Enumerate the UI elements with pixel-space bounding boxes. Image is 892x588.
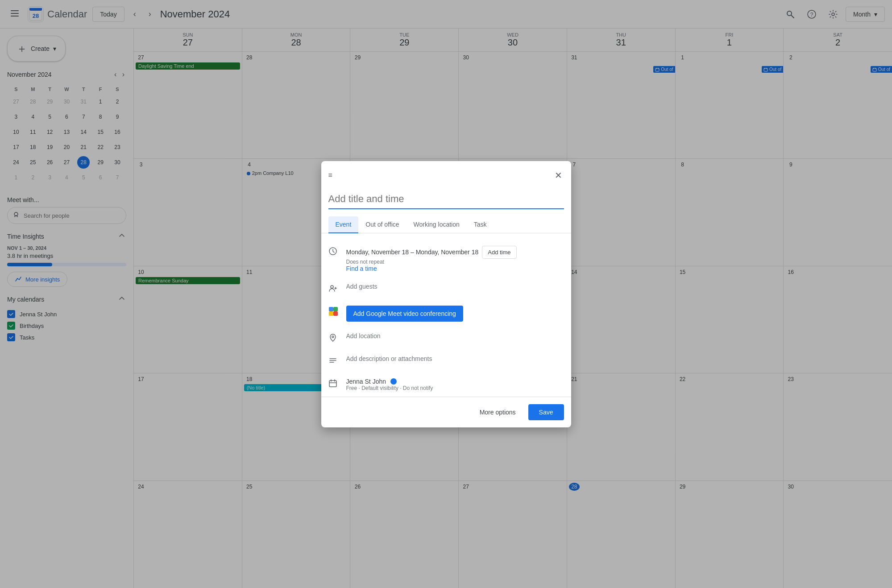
clock-icon: [328, 247, 339, 258]
modal-tabs: EventOut of officeWorking locationTask: [321, 216, 571, 233]
calendar-owner-icon: [328, 379, 339, 390]
guests-icon: [328, 284, 339, 295]
calendar-owner-name: Jenna St John: [346, 378, 386, 385]
save-button[interactable]: Save: [528, 404, 564, 420]
date-text: Monday, November 18 – Monday, November 1…: [346, 248, 479, 256]
svg-rect-26: [329, 307, 333, 311]
meet-icon: [328, 306, 339, 319]
add-guests-input[interactable]: [346, 283, 564, 290]
svg-point-30: [332, 336, 334, 338]
modal-overlay[interactable]: ≡ ✕ EventOut of officeWorking locationTa…: [0, 0, 892, 588]
modal-meet-field: Add Google Meet video conferencing: [321, 300, 571, 327]
modal-footer: More options Save: [321, 397, 571, 427]
add-time-button[interactable]: Add time: [482, 246, 516, 259]
modal-date-field: Monday, November 18 – Monday, November 1…: [321, 240, 571, 277]
modal-header: ≡ ✕: [321, 161, 571, 182]
event-modal: ≡ ✕ EventOut of officeWorking locationTa…: [321, 161, 571, 427]
svg-rect-28: [329, 311, 333, 316]
calendar-meta: Free · Default visibility · Do not notif…: [346, 385, 564, 391]
modal-tab-task[interactable]: Task: [467, 216, 494, 233]
date-time-row: Monday, November 18 – Monday, November 1…: [346, 246, 564, 259]
add-description-input[interactable]: [346, 355, 564, 362]
svg-rect-29: [333, 311, 338, 316]
modal-close-button[interactable]: ✕: [553, 168, 564, 182]
more-options-button[interactable]: More options: [473, 405, 523, 419]
event-title-input[interactable]: [328, 190, 564, 209]
modal-drag-handle: ≡: [328, 171, 332, 179]
repeat-text: Does not repeat: [346, 259, 564, 265]
add-location-input[interactable]: [346, 332, 564, 340]
location-icon: [328, 333, 339, 344]
modal-date-content: Monday, November 18 – Monday, November 1…: [346, 246, 564, 272]
modal-tab-working-location[interactable]: Working location: [407, 216, 467, 233]
calendar-owner-dot: [390, 378, 397, 385]
svg-point-24: [331, 286, 333, 288]
modal-guests-field: [321, 277, 571, 300]
modal-location-field: [321, 327, 571, 350]
add-gmeet-button[interactable]: Add Google Meet video conferencing: [346, 306, 463, 322]
modal-description-field: [321, 350, 571, 373]
svg-rect-34: [329, 381, 336, 387]
find-a-time-link[interactable]: Find a time: [346, 265, 564, 272]
modal-tab-out-of-office[interactable]: Out of office: [358, 216, 406, 233]
modal-calendar-field: Jenna St John Free · Default visibility …: [321, 373, 571, 397]
modal-tab-event[interactable]: Event: [328, 216, 359, 233]
svg-rect-27: [333, 307, 338, 311]
calendar-owner-content: Jenna St John Free · Default visibility …: [346, 378, 564, 391]
description-icon: [328, 356, 339, 367]
